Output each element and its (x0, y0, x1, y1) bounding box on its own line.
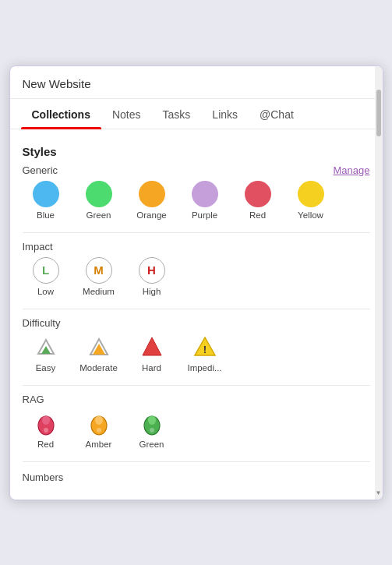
svg-point-16 (150, 428, 154, 433)
low-icon: L (33, 257, 59, 284)
green-label: Green (87, 210, 111, 220)
difficulty-divider (23, 309, 370, 309)
impact-items-row: L Low M Medium H High (23, 257, 370, 301)
rag-red-label: Red (37, 440, 54, 449)
rag-divider (23, 385, 370, 386)
svg-marker-3 (93, 344, 105, 355)
moderate-icon (86, 334, 112, 360)
medium-icon: M (86, 257, 112, 284)
list-item: Orange (129, 181, 175, 220)
content-area: Styles Generic Manage Blue Green Orange (10, 129, 383, 500)
numbers-label: Numbers (23, 471, 64, 483)
tab-notes[interactable]: Notes (101, 99, 152, 129)
difficulty-header: Difficulty (23, 317, 370, 329)
numbers-subsection: Numbers (23, 461, 370, 484)
list-item: Hard (129, 334, 175, 373)
list-item: Purple (182, 181, 228, 220)
purple-circle (192, 181, 218, 207)
rag-green-icon (139, 410, 165, 436)
tab-chat[interactable]: @Chat (249, 99, 305, 129)
medium-label: Medium (83, 287, 115, 296)
rag-green-label: Green (139, 440, 164, 449)
rag-amber-icon (86, 410, 112, 436)
list-item: Blue (23, 181, 69, 220)
list-item: Green (129, 410, 175, 449)
hard-label: Hard (142, 363, 161, 373)
main-window: New Website Collections Notes Tasks Link… (9, 65, 383, 500)
high-icon: H (139, 257, 165, 284)
list-item: M Medium (76, 257, 122, 296)
orange-circle (139, 181, 165, 207)
tab-tasks[interactable]: Tasks (152, 99, 202, 129)
yellow-circle (298, 181, 324, 207)
list-item: Amber (76, 410, 122, 449)
list-item: Easy (23, 334, 69, 373)
numbers-divider (23, 461, 370, 462)
difficulty-items-row: Easy Moderate (23, 334, 370, 377)
easy-icon (33, 334, 59, 360)
low-label: Low (37, 287, 54, 296)
generic-header: Generic Manage (23, 164, 370, 176)
generic-subsection: Generic Manage Blue Green Orange (23, 164, 370, 224)
orange-label: Orange (136, 210, 166, 220)
easy-label: Easy (36, 363, 56, 373)
moderate-label: Moderate (79, 363, 118, 373)
svg-text:!: ! (203, 344, 206, 355)
yellow-label: Yellow (298, 210, 323, 220)
purple-label: Purple (192, 210, 217, 220)
tab-links[interactable]: Links (201, 99, 249, 129)
styles-section-title: Styles (23, 145, 370, 158)
svg-point-12 (95, 415, 103, 425)
scrollbar[interactable]: ▼ (375, 66, 383, 500)
list-item: Moderate (76, 334, 122, 373)
scroll-down-arrow[interactable]: ▼ (376, 489, 382, 496)
list-item: ! Impedi... (182, 334, 228, 373)
generic-items-row: Blue Green Orange Purple Red (23, 181, 370, 224)
manage-link[interactable]: Manage (334, 164, 370, 176)
svg-point-15 (148, 415, 156, 425)
list-item: Red (23, 410, 69, 449)
difficulty-label: Difficulty (23, 317, 61, 329)
impact-subsection: Impact L Low M Medium H High (23, 232, 370, 301)
svg-point-10 (44, 428, 48, 433)
list-item: H High (129, 257, 175, 296)
impediment-label: Impedi... (187, 363, 221, 373)
scrollbar-thumb[interactable] (376, 90, 381, 136)
rag-red-icon (33, 410, 59, 436)
list-item: Red (235, 181, 281, 220)
blue-circle (33, 181, 59, 207)
svg-point-13 (97, 428, 101, 433)
rag-subsection: RAG Red (23, 385, 370, 454)
green-circle (86, 181, 112, 207)
svg-point-9 (42, 415, 50, 425)
impact-divider (23, 232, 370, 233)
red-circle (245, 181, 271, 207)
generic-label: Generic (23, 164, 58, 176)
tab-bar: Collections Notes Tasks Links @Chat (10, 99, 383, 129)
rag-label: RAG (23, 394, 44, 405)
list-item: Green (76, 181, 122, 220)
blue-label: Blue (37, 210, 55, 220)
window-title: New Website (10, 66, 383, 99)
impact-header: Impact (23, 241, 370, 252)
difficulty-subsection: Difficulty Easy (23, 309, 370, 377)
list-item: Yellow (288, 181, 334, 220)
impediment-icon: ! (192, 334, 218, 360)
svg-marker-4 (143, 337, 161, 355)
tab-collections[interactable]: Collections (21, 99, 101, 129)
hard-icon (139, 334, 165, 360)
impact-label: Impact (23, 241, 53, 252)
rag-items-row: Red Amber (23, 410, 370, 454)
rag-header: RAG (23, 394, 370, 405)
red-label: Red (249, 210, 266, 220)
high-label: High (143, 287, 161, 296)
list-item: L Low (23, 257, 69, 296)
rag-amber-label: Amber (86, 440, 112, 449)
